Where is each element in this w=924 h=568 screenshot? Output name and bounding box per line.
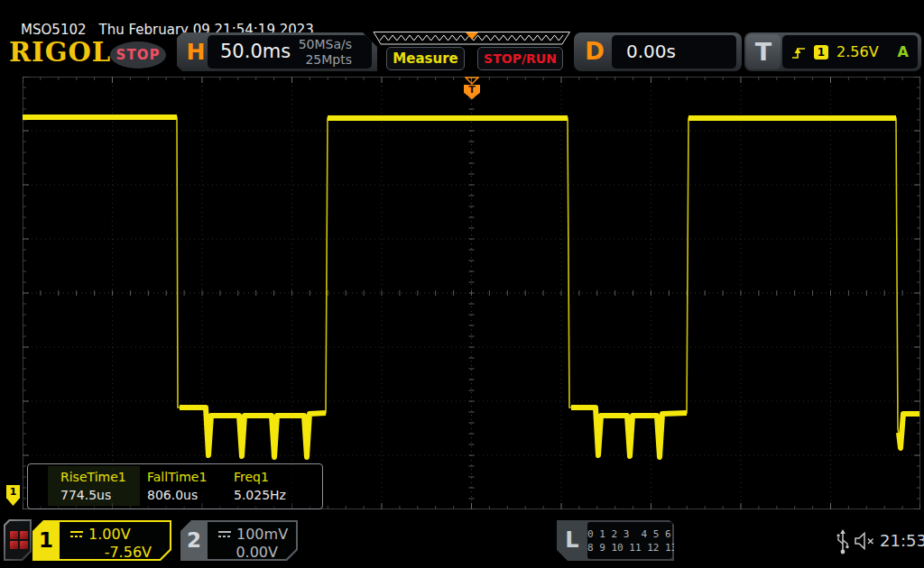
logic-channels-row1: 0 1 2 3 4 5 6 7 (587, 527, 672, 541)
channel2-number: 2 (180, 520, 208, 561)
channel1-info: 1.00V -7.56V (60, 522, 170, 559)
measurement-item: FallTime1 806.0us (147, 464, 207, 502)
waveform-overview-strip[interactable] (372, 32, 572, 45)
horizontal-settings-block[interactable]: H 50.0ms 50MSa/s 25Mpts (177, 32, 377, 71)
menu-grid-button[interactable] (4, 519, 32, 561)
horizontal-label: H (184, 32, 208, 71)
channel1-offset-marker[interactable]: 1 (6, 485, 20, 506)
trigger-source-badge: 1 (814, 45, 828, 60)
delay-value: 0.00s (612, 35, 736, 69)
dc-coupling-icon (218, 531, 231, 537)
logic-channels-row2: 8 9 10 11 12 13 14 15 (587, 541, 672, 554)
model-name: MSO5102 (21, 22, 86, 38)
waveform-display (23, 77, 920, 509)
trigger-block[interactable]: T 1 2.56V A (744, 32, 921, 71)
timebase-value: 50.0ms (208, 35, 291, 69)
channel1-label-button[interactable]: 1 1.00V -7.56V (32, 520, 171, 561)
channel2-label-button[interactable]: 2 100mV 0.00V (180, 520, 298, 561)
rigol-logo: RIGOL (9, 37, 111, 68)
dc-coupling-icon (70, 531, 83, 537)
logic-channel-list: 0 1 2 3 4 5 6 7 8 9 10 11 12 13 14 15 (587, 522, 672, 559)
trigger-level: 2.56V (836, 43, 879, 60)
channel1-offset: -7.56V (60, 543, 170, 561)
run-state-badge: STOP (110, 41, 166, 69)
trigger-sweep-mode: A (898, 43, 909, 60)
measurement-name: RiseTime1 (60, 470, 126, 484)
channel2-offset: 0.00V (208, 543, 296, 561)
delay-block[interactable]: D 0.00s (574, 32, 742, 71)
channel1-number: 1 (32, 520, 60, 561)
measure-button[interactable]: Measure (386, 47, 465, 70)
measurement-panel: RiseTime1 774.5us FallTime1 806.0us Freq… (27, 463, 323, 509)
oscilloscope-screen: MSO5102Thu February 09 21:54:19 2023 RIG… (0, 0, 924, 568)
measurement-name: FallTime1 (147, 470, 207, 484)
sample-rate: 50MSa/s (299, 37, 352, 51)
clock: 21:53 (880, 531, 924, 550)
logic-analyzer-button[interactable]: L 0 1 2 3 4 5 6 7 8 9 10 11 12 13 14 15 (557, 520, 674, 561)
channel1-scale: 1.00V (88, 526, 131, 543)
stop-run-button[interactable]: STOP/RUN (477, 47, 563, 70)
trigger-values: 1 2.56V A (782, 35, 918, 69)
measurement-item: RiseTime1 774.5us (60, 464, 126, 502)
logic-analyzer-label: L (557, 520, 587, 561)
horizontal-values: 50.0ms 50MSa/s 25Mpts (208, 35, 372, 69)
memory-depth: 25Mpts (305, 52, 352, 67)
measurement-item: Freq1 5.025Hz (234, 464, 286, 502)
delay-values: 0.00s (612, 35, 736, 69)
measurement-name: Freq1 (234, 470, 286, 484)
trigger-position-arrow[interactable] (465, 77, 479, 85)
speaker-muted-icon[interactable] (854, 531, 877, 551)
measurement-value: 806.0us (147, 488, 207, 502)
channel2-scale: 100mV (236, 526, 288, 543)
measurement-value: 5.025Hz (234, 488, 286, 502)
menu-grid-inner (5, 521, 30, 559)
usb-icon (835, 528, 851, 555)
trigger-label: T (746, 34, 781, 69)
delay-label: D (581, 32, 608, 71)
channel2-info: 100mV 0.00V (208, 522, 296, 559)
menu-grid-icon (10, 531, 28, 549)
rising-edge-icon (791, 45, 806, 60)
measurement-value: 774.5us (60, 488, 126, 502)
acquisition-info: 50MSa/s 25Mpts (299, 35, 372, 69)
